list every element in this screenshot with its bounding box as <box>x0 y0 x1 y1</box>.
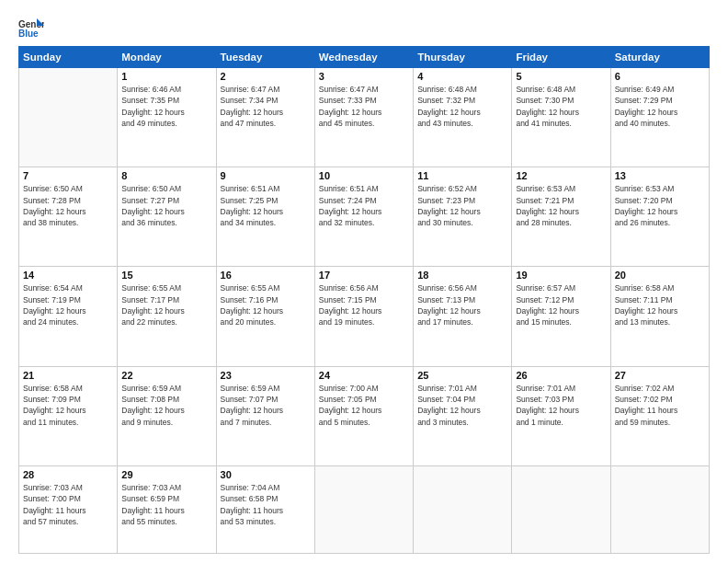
day-info: Sunrise: 6:56 AM Sunset: 7:13 PM Dayligh… <box>417 282 507 327</box>
calendar-cell: 4Sunrise: 6:48 AM Sunset: 7:32 PM Daylig… <box>414 68 512 167</box>
day-number: 24 <box>319 370 409 381</box>
day-info: Sunrise: 7:03 AM Sunset: 7:00 PM Dayligh… <box>23 482 113 527</box>
calendar-cell: 29Sunrise: 7:03 AM Sunset: 6:59 PM Dayli… <box>118 465 216 553</box>
day-number: 8 <box>121 170 211 181</box>
calendar-cell <box>314 465 413 553</box>
day-number: 22 <box>121 370 211 381</box>
calendar-cell: 28Sunrise: 7:03 AM Sunset: 7:00 PM Dayli… <box>19 465 118 553</box>
day-number: 5 <box>516 71 606 82</box>
day-info: Sunrise: 7:01 AM Sunset: 7:03 PM Dayligh… <box>516 383 606 428</box>
calendar-cell <box>610 465 709 553</box>
day-number: 28 <box>23 469 113 480</box>
day-number: 25 <box>417 370 507 381</box>
day-info: Sunrise: 6:59 AM Sunset: 7:08 PM Dayligh… <box>121 383 211 428</box>
day-info: Sunrise: 6:54 AM Sunset: 7:19 PM Dayligh… <box>23 282 113 327</box>
day-info: Sunrise: 6:47 AM Sunset: 7:34 PM Dayligh… <box>221 84 311 129</box>
calendar-cell: 2Sunrise: 6:47 AM Sunset: 7:34 PM Daylig… <box>216 68 314 167</box>
day-number: 30 <box>221 469 311 480</box>
day-info: Sunrise: 6:48 AM Sunset: 7:32 PM Dayligh… <box>417 84 507 129</box>
day-info: Sunrise: 6:51 AM Sunset: 7:25 PM Dayligh… <box>221 183 311 228</box>
day-number: 26 <box>516 370 606 381</box>
day-info: Sunrise: 6:48 AM Sunset: 7:30 PM Dayligh… <box>516 84 606 129</box>
calendar-cell: 20Sunrise: 6:58 AM Sunset: 7:11 PM Dayli… <box>610 267 709 366</box>
day-info: Sunrise: 7:01 AM Sunset: 7:04 PM Dayligh… <box>417 383 507 428</box>
day-info: Sunrise: 6:55 AM Sunset: 7:16 PM Dayligh… <box>221 282 311 327</box>
calendar-cell: 13Sunrise: 6:53 AM Sunset: 7:20 PM Dayli… <box>610 167 709 267</box>
calendar-cell: 16Sunrise: 6:55 AM Sunset: 7:16 PM Dayli… <box>216 267 314 366</box>
day-number: 13 <box>615 170 705 181</box>
calendar-cell: 15Sunrise: 6:55 AM Sunset: 7:17 PM Dayli… <box>118 267 216 366</box>
day-number: 20 <box>615 270 705 281</box>
day-number: 1 <box>121 71 211 82</box>
day-number: 18 <box>417 270 507 281</box>
day-info: Sunrise: 6:55 AM Sunset: 7:17 PM Dayligh… <box>121 282 211 327</box>
calendar-cell <box>512 465 610 553</box>
day-number: 2 <box>221 71 311 82</box>
calendar-cell: 24Sunrise: 7:00 AM Sunset: 7:05 PM Dayli… <box>314 366 413 465</box>
day-number: 23 <box>221 370 311 381</box>
day-number: 7 <box>23 170 113 181</box>
calendar-cell: 10Sunrise: 6:51 AM Sunset: 7:24 PM Dayli… <box>314 167 413 267</box>
day-info: Sunrise: 6:58 AM Sunset: 7:11 PM Dayligh… <box>615 282 705 327</box>
day-number: 19 <box>516 270 606 281</box>
day-info: Sunrise: 6:53 AM Sunset: 7:20 PM Dayligh… <box>615 183 705 228</box>
weekday-header-wednesday: Wednesday <box>314 47 413 68</box>
day-info: Sunrise: 6:46 AM Sunset: 7:35 PM Dayligh… <box>121 84 211 129</box>
weekday-header-saturday: Saturday <box>610 47 709 68</box>
day-info: Sunrise: 6:58 AM Sunset: 7:09 PM Dayligh… <box>23 383 113 428</box>
day-number: 9 <box>221 170 311 181</box>
day-info: Sunrise: 7:04 AM Sunset: 6:58 PM Dayligh… <box>221 482 311 527</box>
day-info: Sunrise: 6:47 AM Sunset: 7:33 PM Dayligh… <box>319 84 409 129</box>
calendar-cell: 30Sunrise: 7:04 AM Sunset: 6:58 PM Dayli… <box>216 465 314 553</box>
calendar-cell: 12Sunrise: 6:53 AM Sunset: 7:21 PM Dayli… <box>512 167 610 267</box>
weekday-header-tuesday: Tuesday <box>216 47 314 68</box>
day-number: 6 <box>615 71 705 82</box>
day-number: 15 <box>121 270 211 281</box>
day-number: 29 <box>121 469 211 480</box>
page-header: General Blue <box>18 17 710 39</box>
weekday-header-sunday: Sunday <box>19 47 118 68</box>
calendar-cell: 17Sunrise: 6:56 AM Sunset: 7:15 PM Dayli… <box>314 267 413 366</box>
calendar-cell: 18Sunrise: 6:56 AM Sunset: 7:13 PM Dayli… <box>414 267 512 366</box>
calendar-cell: 21Sunrise: 6:58 AM Sunset: 7:09 PM Dayli… <box>19 366 118 465</box>
calendar-cell: 25Sunrise: 7:01 AM Sunset: 7:04 PM Dayli… <box>414 366 512 465</box>
day-number: 16 <box>221 270 311 281</box>
day-number: 12 <box>516 170 606 181</box>
day-info: Sunrise: 6:50 AM Sunset: 7:28 PM Dayligh… <box>23 183 113 228</box>
calendar-cell: 3Sunrise: 6:47 AM Sunset: 7:33 PM Daylig… <box>314 68 413 167</box>
day-number: 27 <box>615 370 705 381</box>
day-info: Sunrise: 7:00 AM Sunset: 7:05 PM Dayligh… <box>319 383 409 428</box>
day-info: Sunrise: 6:53 AM Sunset: 7:21 PM Dayligh… <box>516 183 606 228</box>
calendar-cell: 5Sunrise: 6:48 AM Sunset: 7:30 PM Daylig… <box>512 68 610 167</box>
day-info: Sunrise: 6:52 AM Sunset: 7:23 PM Dayligh… <box>417 183 507 228</box>
calendar-cell <box>414 465 512 553</box>
day-info: Sunrise: 6:59 AM Sunset: 7:07 PM Dayligh… <box>221 383 311 428</box>
calendar-cell: 1Sunrise: 6:46 AM Sunset: 7:35 PM Daylig… <box>118 68 216 167</box>
weekday-header-thursday: Thursday <box>414 47 512 68</box>
day-info: Sunrise: 6:50 AM Sunset: 7:27 PM Dayligh… <box>121 183 211 228</box>
day-number: 10 <box>319 170 409 181</box>
calendar-cell: 23Sunrise: 6:59 AM Sunset: 7:07 PM Dayli… <box>216 366 314 465</box>
day-info: Sunrise: 7:03 AM Sunset: 6:59 PM Dayligh… <box>121 482 211 527</box>
day-info: Sunrise: 6:49 AM Sunset: 7:29 PM Dayligh… <box>615 84 705 129</box>
calendar-cell: 7Sunrise: 6:50 AM Sunset: 7:28 PM Daylig… <box>19 167 118 267</box>
day-number: 21 <box>23 370 113 381</box>
calendar-cell: 8Sunrise: 6:50 AM Sunset: 7:27 PM Daylig… <box>118 167 216 267</box>
calendar-cell: 11Sunrise: 6:52 AM Sunset: 7:23 PM Dayli… <box>414 167 512 267</box>
calendar-cell: 26Sunrise: 7:01 AM Sunset: 7:03 PM Dayli… <box>512 366 610 465</box>
day-info: Sunrise: 7:02 AM Sunset: 7:02 PM Dayligh… <box>615 383 705 428</box>
calendar-cell: 19Sunrise: 6:57 AM Sunset: 7:12 PM Dayli… <box>512 267 610 366</box>
calendar-cell: 14Sunrise: 6:54 AM Sunset: 7:19 PM Dayli… <box>19 267 118 366</box>
calendar-cell: 27Sunrise: 7:02 AM Sunset: 7:02 PM Dayli… <box>610 366 709 465</box>
logo: General Blue <box>18 17 48 39</box>
weekday-header-monday: Monday <box>118 47 216 68</box>
day-info: Sunrise: 6:57 AM Sunset: 7:12 PM Dayligh… <box>516 282 606 327</box>
weekday-header-friday: Friday <box>512 47 610 68</box>
day-number: 14 <box>23 270 113 281</box>
calendar-cell: 6Sunrise: 6:49 AM Sunset: 7:29 PM Daylig… <box>610 68 709 167</box>
day-info: Sunrise: 6:56 AM Sunset: 7:15 PM Dayligh… <box>319 282 409 327</box>
calendar-table: SundayMondayTuesdayWednesdayThursdayFrid… <box>18 46 710 554</box>
day-number: 3 <box>319 71 409 82</box>
day-number: 11 <box>417 170 507 181</box>
day-number: 17 <box>319 270 409 281</box>
